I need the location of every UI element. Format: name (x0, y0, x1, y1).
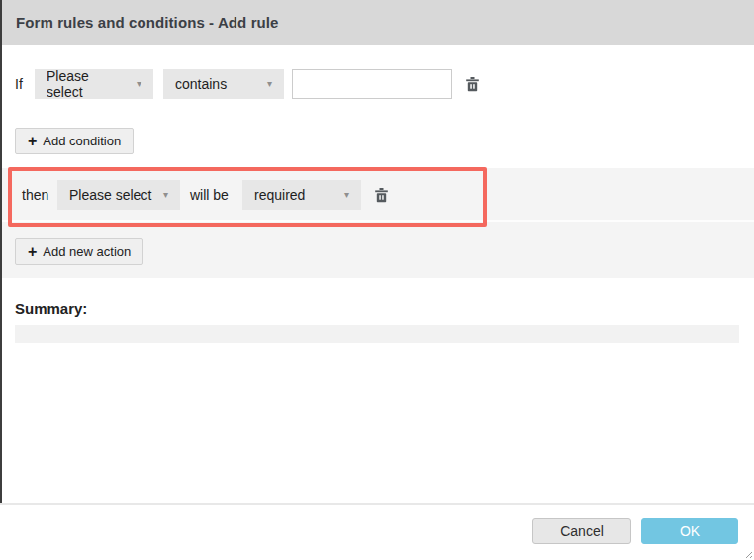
cancel-button[interactable]: Cancel (532, 518, 631, 544)
condition-value-input[interactable] (292, 69, 452, 99)
condition-field-value: Please select (47, 68, 129, 100)
if-label: If (15, 76, 28, 92)
dialog-header: Form rules and conditions - Add rule (0, 0, 754, 45)
add-condition-button[interactable]: + Add condition (15, 128, 134, 154)
chevron-down-icon: ▾ (137, 79, 141, 89)
dialog-left-border (0, 0, 2, 503)
delete-condition-button[interactable] (465, 76, 480, 92)
add-new-action-label: Add new action (43, 244, 131, 259)
add-rule-dialog: Form rules and conditions - Add rule If … (0, 0, 754, 560)
chevron-down-icon: ▾ (267, 79, 272, 89)
plus-icon: + (28, 134, 37, 149)
actions-divider (0, 220, 754, 222)
summary-label: Summary: (15, 300, 87, 317)
delete-action-button[interactable] (374, 187, 389, 203)
condition-row: If Please select ▾ contains ▾ (15, 69, 480, 99)
chevron-down-icon: ▾ (163, 190, 168, 200)
dialog-title: Form rules and conditions - Add rule (16, 14, 279, 31)
action-field-select[interactable]: Please select ▾ (57, 180, 180, 210)
resize-grip-icon[interactable] (743, 549, 753, 559)
ok-button[interactable]: OK (641, 518, 738, 544)
summary-value-field (15, 325, 739, 343)
chevron-down-icon: ▾ (344, 190, 349, 200)
action-row: then Please select ▾ will be required ▾ (22, 180, 389, 210)
action-field-value: Please select (69, 187, 151, 203)
condition-operator-value: contains (175, 76, 227, 92)
action-type-select[interactable]: required ▾ (242, 180, 361, 210)
add-condition-label: Add condition (43, 134, 121, 148)
trash-icon (374, 187, 389, 203)
trash-icon (465, 76, 480, 92)
footer-divider (0, 503, 754, 505)
then-label: then (22, 187, 49, 203)
will-be-label: will be (190, 187, 234, 203)
action-type-value: required (254, 187, 305, 203)
plus-icon: + (28, 244, 37, 260)
condition-operator-select[interactable]: contains ▾ (163, 69, 284, 99)
add-new-action-button[interactable]: + Add new action (15, 238, 143, 265)
condition-field-select[interactable]: Please select ▾ (35, 69, 153, 99)
